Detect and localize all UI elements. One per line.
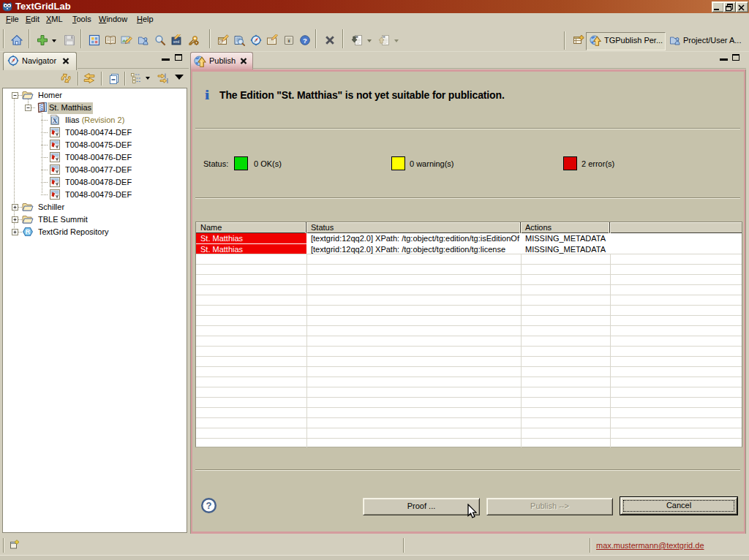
svg-text:?: ? [206,500,212,511]
